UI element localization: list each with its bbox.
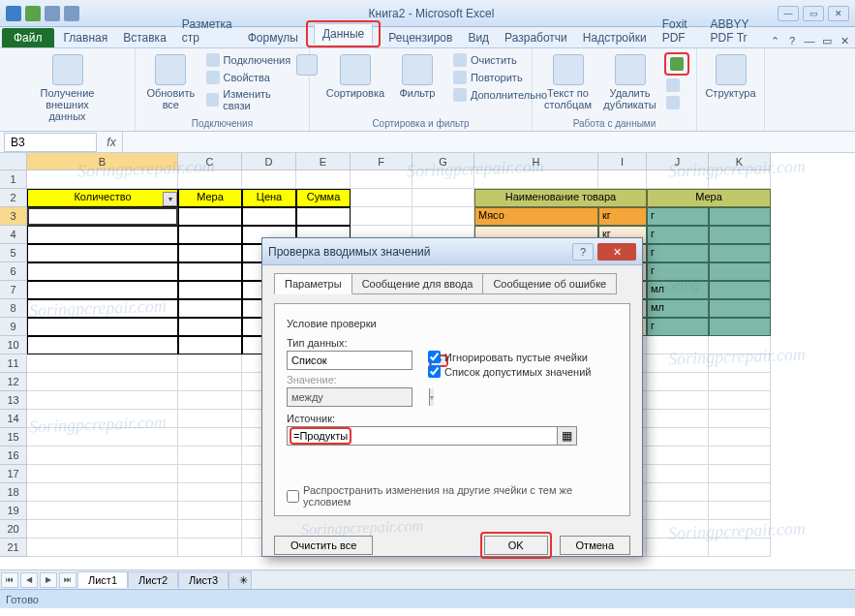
dialog-title-bar[interactable]: Проверка вводимых значений ? ✕ (262, 238, 642, 265)
cell[interactable] (709, 207, 771, 226)
row-header[interactable]: 13 (0, 391, 27, 410)
cell[interactable]: Наименование товара (474, 189, 647, 207)
row-header[interactable]: 5 (0, 244, 27, 262)
col-header[interactable]: K (709, 153, 771, 170)
sort-az-button[interactable] (292, 52, 321, 77)
col-header[interactable]: J (647, 153, 709, 170)
select-all-corner[interactable] (0, 153, 27, 170)
sheet-tab-1[interactable]: Лист1 (77, 571, 128, 588)
sheet-tab-2[interactable]: Лист2 (128, 571, 178, 588)
outline-button[interactable]: Структура (703, 52, 759, 101)
cell[interactable] (709, 318, 771, 336)
dialog-tab-parameters[interactable]: Параметры (274, 273, 352, 294)
row-header[interactable]: 21 (0, 539, 27, 557)
cell[interactable] (27, 410, 178, 428)
cell[interactable] (27, 373, 178, 391)
row-header[interactable]: 20 (0, 520, 27, 539)
help-icon[interactable]: ? (785, 34, 799, 47)
remove-duplicates-button[interactable]: Удалить дубликаты (602, 52, 658, 112)
col-header[interactable]: I (598, 153, 647, 170)
cell[interactable]: Количество (27, 189, 178, 207)
new-sheet-button[interactable]: ✳ (229, 571, 252, 589)
cell[interactable] (178, 391, 242, 410)
maximize-button[interactable]: ▭ (803, 6, 824, 21)
row-header[interactable]: 1 (0, 170, 27, 189)
file-tab[interactable]: Файл (2, 28, 54, 47)
cell[interactable] (296, 207, 351, 226)
fx-icon[interactable]: fx (101, 136, 122, 149)
col-header[interactable]: B (27, 153, 178, 170)
tab-data[interactable]: Данные (314, 23, 373, 45)
col-header[interactable]: G (412, 153, 474, 170)
cell[interactable] (598, 170, 647, 189)
cell[interactable] (474, 170, 598, 189)
cell[interactable] (709, 502, 771, 520)
cell[interactable]: мл (647, 281, 709, 299)
minimize-button[interactable]: — (778, 6, 799, 21)
row-header[interactable]: 12 (0, 373, 27, 391)
cancel-button[interactable]: Отмена (560, 536, 630, 555)
cell[interactable] (296, 170, 351, 189)
cell[interactable] (351, 207, 412, 226)
cell[interactable] (27, 539, 178, 557)
sheet-nav-next[interactable]: ▶ (40, 572, 57, 588)
cell[interactable] (709, 520, 771, 539)
cell[interactable] (178, 244, 242, 262)
cell[interactable] (27, 520, 178, 539)
row-header[interactable]: 11 (0, 354, 27, 373)
cell[interactable] (178, 410, 242, 428)
cell[interactable] (27, 207, 178, 226)
allow-value[interactable] (288, 354, 429, 366)
cell[interactable] (27, 502, 178, 520)
cell[interactable] (647, 447, 709, 465)
cell[interactable] (178, 539, 242, 557)
tab-developer[interactable]: Разработчи (497, 28, 575, 47)
ribbon-minimize-icon[interactable]: ⌃ (768, 34, 781, 47)
connections-button[interactable]: Подключения (204, 52, 301, 68)
cell[interactable] (178, 281, 242, 299)
cell[interactable] (709, 483, 771, 502)
text-to-columns-button[interactable]: Текст по столбцам (540, 52, 596, 112)
cell[interactable] (27, 428, 178, 447)
cell[interactable] (27, 170, 178, 189)
filter-button[interactable]: Фильтр (389, 52, 445, 101)
cell[interactable] (647, 483, 709, 502)
tab-review[interactable]: Рецензиров (381, 28, 460, 47)
name-box[interactable]: B3 (4, 133, 97, 152)
cell[interactable] (178, 354, 242, 373)
cell[interactable]: г (647, 262, 709, 281)
row-header[interactable]: 16 (0, 447, 27, 465)
clear-all-button[interactable]: Очистить все (274, 536, 373, 555)
cell[interactable] (647, 502, 709, 520)
cell[interactable] (709, 447, 771, 465)
row-header[interactable]: 2 (0, 189, 27, 207)
range-selector-icon[interactable]: ▦ (557, 427, 576, 445)
cell[interactable] (412, 207, 474, 226)
cell[interactable] (27, 262, 178, 281)
cell[interactable] (647, 428, 709, 447)
apply-same-checkbox[interactable]: Распространить изменения на другие ячейк… (287, 484, 618, 508)
row-header[interactable]: 17 (0, 465, 27, 483)
cell[interactable] (647, 520, 709, 539)
dialog-tab-input-message[interactable]: Сообщение для ввода (351, 273, 484, 294)
cell[interactable] (647, 170, 709, 189)
row-header[interactable]: 6 (0, 262, 27, 281)
mdi-restore-icon[interactable]: ▭ (820, 34, 834, 47)
dialog-tab-error-alert[interactable]: Сообщение об ошибке (482, 273, 617, 294)
row-header[interactable]: 4 (0, 226, 27, 244)
cell[interactable]: Цена (242, 189, 296, 207)
cell[interactable] (647, 354, 709, 373)
row-header[interactable]: 19 (0, 502, 27, 520)
row-header[interactable]: 14 (0, 410, 27, 428)
cell[interactable] (709, 373, 771, 391)
cell[interactable]: кг (598, 207, 647, 226)
tab-page-layout[interactable]: Разметка стр (174, 15, 240, 47)
col-header[interactable]: F (351, 153, 412, 170)
tab-view[interactable]: Вид (460, 28, 497, 47)
cell[interactable] (178, 373, 242, 391)
row-header[interactable]: 3 (0, 207, 27, 226)
refresh-all-button[interactable]: Обновить все (143, 52, 198, 112)
cell[interactable] (412, 170, 474, 189)
cell[interactable] (178, 447, 242, 465)
dialog-help-button[interactable]: ? (572, 243, 594, 261)
